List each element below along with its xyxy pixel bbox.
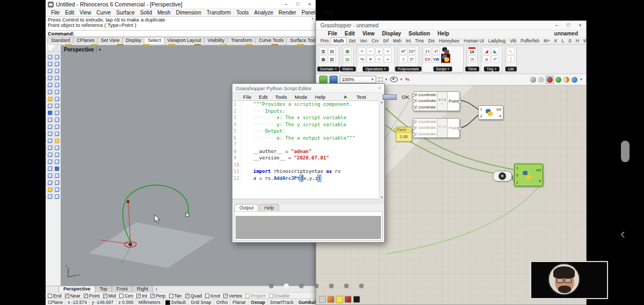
menu-item[interactable]: Display [378, 31, 405, 37]
status-pane[interactable]: y -148.697 [90, 299, 116, 305]
zoom-select[interactable]: 100% ▼ [340, 76, 376, 83]
dock-icon[interactable] [319, 296, 326, 303]
preview-half-icon[interactable] [564, 77, 569, 83]
component-icon[interactable]: r² [491, 55, 499, 63]
component-tab[interactable]: L [560, 38, 567, 44]
component-icon[interactable]: A³ [399, 47, 407, 55]
checkbox[interactable] [65, 294, 69, 298]
status-pane[interactable]: Gumball [296, 299, 316, 305]
component-output[interactable]: out [536, 168, 541, 172]
component-input[interactable]: y [480, 114, 482, 118]
palette-tool-icon[interactable] [46, 67, 53, 74]
preview-blue-icon[interactable] [572, 77, 577, 83]
palette-tool-icon[interactable] [46, 158, 53, 164]
palette-tool-icon[interactable] [53, 81, 60, 88]
code-line[interactable]: 5····Output: [232, 128, 384, 135]
chevron-down-icon[interactable]: ▼ [400, 78, 403, 81]
palette-tool-icon[interactable] [46, 102, 53, 108]
palette-tool-icon[interactable] [53, 186, 60, 192]
toolbar-tab[interactable]: Select [144, 37, 164, 43]
splitter[interactable] [232, 199, 384, 204]
pagination-dot[interactable] [314, 284, 319, 288]
palette-tool-icon[interactable] [53, 165, 60, 171]
menu-item[interactable]: Edit [62, 10, 77, 16]
pagination-dot[interactable] [299, 284, 304, 288]
palette-tool-icon[interactable] [46, 109, 53, 115]
point-xyz-component-disabled[interactable]: X coordinateY coordinateZ coordinate X Y… [413, 118, 460, 138]
group-label[interactable]: Trig + [484, 67, 500, 71]
palette-tool-icon[interactable] [46, 74, 53, 81]
palette-tool-icon[interactable] [46, 172, 53, 178]
layer-color-swatch[interactable] [165, 300, 170, 305]
component-icon[interactable]: % [358, 55, 366, 63]
chevron-left-icon[interactable]: ‹ [620, 227, 625, 241]
component-icon[interactable]: < [375, 55, 383, 63]
code-line[interactable]: 1"""Provides a scripting component. [232, 101, 384, 108]
menu-item[interactable]: Render [276, 10, 299, 16]
component-input[interactable]: Z coordinate [415, 105, 437, 110]
component-tab[interactable]: Trns [413, 38, 426, 44]
palette-tool-icon[interactable] [53, 109, 60, 115]
wire[interactable] [460, 115, 479, 128]
toolbar-tab[interactable]: Set View [97, 37, 123, 43]
status-pane[interactable]: SmartTrack [268, 299, 296, 305]
command-input[interactable]: Command: [46, 31, 316, 37]
toolbar-tab[interactable]: Transform [227, 37, 256, 43]
component-tab[interactable]: H [574, 38, 581, 44]
preview-shaded-icon[interactable] [547, 77, 553, 83]
editor-scrollbar[interactable]: ▲▼ [379, 100, 384, 199]
panel-value[interactable]: 1.00 [396, 133, 412, 139]
palette-tool-icon[interactable] [46, 116, 53, 122]
code-line[interactable]: 8__author__ = "adnan" [232, 148, 384, 155]
toolbar-tab[interactable]: Viewport Layout [164, 37, 205, 43]
dock-icon-python[interactable] [353, 296, 360, 303]
component-output[interactable]: a [496, 114, 501, 118]
status-pane[interactable]: Millimeters [136, 299, 163, 305]
test-button[interactable]: ▶Test [336, 94, 374, 100]
chevron-down-icon[interactable]: ▼ [580, 78, 583, 81]
menu-item[interactable]: Surface [114, 10, 137, 16]
palette-tool-icon[interactable] [46, 130, 53, 136]
menu-item[interactable]: Help [311, 94, 330, 100]
palette-tool-icon[interactable] [53, 88, 60, 95]
preview-wireframe-icon[interactable] [538, 77, 544, 83]
arc-mid-point[interactable] [127, 200, 129, 203]
osnap-toggle[interactable]: Perp [150, 293, 166, 299]
maximize-button[interactable]: □ [292, 1, 304, 9]
status-pane[interactable]: Grid Snap [188, 299, 214, 305]
osnap-toggle[interactable]: Vertex [223, 293, 242, 299]
component-input[interactable]: y [516, 173, 518, 177]
maximize-button[interactable]: □ [562, 21, 574, 30]
chevron-down-icon[interactable]: ▼ [385, 78, 388, 81]
checkbox[interactable] [48, 294, 52, 298]
component-tab[interactable]: Pufferfish [518, 38, 541, 44]
osnap-toggle[interactable]: Knot [205, 293, 220, 299]
toolbar-tab[interactable]: Display [122, 37, 145, 43]
menu-item[interactable]: Solution [405, 31, 434, 37]
pagination-dot[interactable] [359, 284, 364, 288]
group-label[interactable]: Util [506, 67, 517, 71]
code-line[interactable]: 7 [232, 141, 384, 148]
palette-tool-icon[interactable] [53, 53, 60, 60]
palette-tool-icon[interactable] [53, 116, 60, 122]
component-tab[interactable]: S [566, 38, 574, 44]
component-icon[interactable]: x² [432, 47, 440, 55]
menu-item[interactable]: Tools [233, 10, 251, 16]
menu-item[interactable]: File [239, 94, 255, 100]
menu-item[interactable]: Mesh [155, 10, 173, 16]
pagination-dot[interactable] [284, 284, 289, 288]
checkbox[interactable] [245, 294, 250, 298]
chevron-down-icon[interactable]: ▼ [371, 78, 374, 81]
component-icon[interactable]: ≠ [367, 55, 375, 63]
palette-tool-icon[interactable] [53, 60, 60, 67]
viewport-title[interactable]: Perspective ▾ [64, 47, 101, 53]
close-button[interactable]: × [304, 1, 316, 9]
code-line[interactable]: 3········x: The x script variable [232, 114, 384, 121]
menu-item[interactable]: Analyze [252, 10, 276, 16]
editor-tab[interactable]: Help [259, 204, 279, 211]
component-input[interactable]: x [480, 107, 482, 111]
component-output[interactable]: Point [448, 92, 459, 111]
checkbox[interactable] [269, 294, 273, 298]
menu-item[interactable]: View [358, 31, 378, 37]
component-tab[interactable]: Dis [426, 38, 437, 44]
